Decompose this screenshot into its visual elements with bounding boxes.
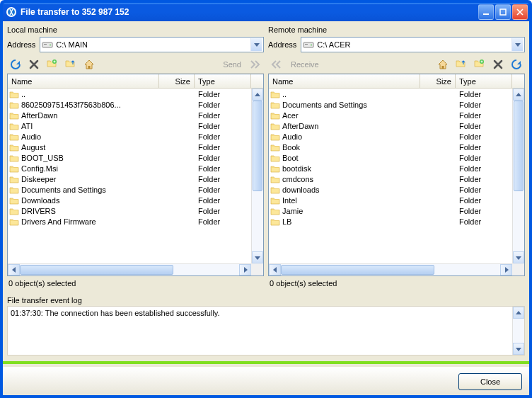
horizontal-scrollbar[interactable] [269, 263, 512, 275]
scroll-down-icon[interactable] [513, 251, 524, 263]
list-item[interactable]: AugustFolder [8, 142, 251, 152]
col-size[interactable]: Size [420, 74, 456, 88]
list-item[interactable]: BootFolder [269, 152, 512, 163]
folder-icon [9, 132, 19, 141]
maximize-button[interactable] [495, 4, 511, 20]
horizontal-scrollbar[interactable] [8, 263, 251, 275]
folder-icon [9, 154, 19, 162]
local-address-value: C:\ MAIN [56, 40, 248, 49]
up-folder-button[interactable] [453, 57, 470, 72]
app-icon [6, 6, 17, 18]
item-type: Folder [195, 132, 251, 141]
folder-icon [270, 132, 280, 141]
item-name: DRIVERS [21, 207, 56, 215]
list-item[interactable]: IntelFolder [269, 195, 512, 205]
home-button[interactable] [434, 57, 451, 72]
folder-icon [9, 164, 19, 173]
up-folder-button[interactable] [62, 57, 79, 72]
list-item[interactable]: AudioFolder [269, 131, 512, 142]
receive-button[interactable] [268, 57, 285, 72]
minimize-button[interactable] [478, 4, 494, 20]
list-item[interactable]: 8602509751453f7563b806...Folder [8, 99, 251, 110]
item-name: Boot [282, 154, 299, 162]
folder-icon [9, 143, 19, 152]
refresh-button[interactable] [7, 57, 24, 72]
list-item[interactable]: LBFolder [269, 216, 512, 227]
log-textarea[interactable]: 01:37:30: The connection has been establ… [7, 306, 525, 356]
col-name[interactable]: Name [8, 74, 159, 88]
list-item[interactable]: cmdconsFolder [269, 174, 512, 184]
list-item[interactable]: DRIVERSFolder [8, 205, 251, 216]
col-size[interactable]: Size [159, 74, 195, 88]
vertical-scrollbar[interactable] [512, 307, 524, 355]
remote-address-dropdown[interactable]: C:\ ACER [301, 37, 525, 52]
delete-button[interactable] [490, 57, 507, 72]
local-address-label: Address [7, 40, 35, 49]
close-window-button[interactable] [512, 4, 528, 20]
local-address-dropdown[interactable]: C:\ MAIN [40, 37, 264, 52]
delete-button[interactable] [25, 57, 42, 72]
col-name[interactable]: Name [269, 74, 420, 88]
col-type[interactable]: Type [195, 74, 251, 88]
folder-icon [9, 101, 19, 109]
list-item[interactable]: DownloadsFolder [8, 195, 251, 205]
list-item[interactable]: Documents and SettingsFolder [8, 184, 251, 195]
new-folder-button[interactable] [44, 57, 61, 72]
close-button[interactable]: Close [458, 373, 522, 390]
vertical-scrollbar[interactable] [512, 89, 524, 263]
item-type: Folder [195, 154, 251, 162]
dropdown-icon[interactable] [250, 38, 262, 51]
remote-status: 0 object(s) selected [268, 276, 525, 290]
list-item[interactable]: AfterDawnFolder [8, 110, 251, 120]
remote-address-value: C:\ ACER [317, 40, 509, 49]
progress-bar [3, 361, 529, 364]
item-name: Documents and Settings [282, 101, 367, 109]
list-item[interactable]: ..Folder [269, 89, 512, 99]
scroll-right-icon[interactable] [500, 264, 512, 275]
svg-rect-7 [483, 13, 489, 15]
item-type: Folder [195, 111, 251, 120]
refresh-button[interactable] [508, 57, 525, 72]
item-type: Folder [456, 122, 512, 130]
list-item[interactable]: bootdiskFolder [269, 163, 512, 174]
list-item[interactable]: Drivers And FirmwareFolder [8, 216, 251, 227]
list-item[interactable]: AudioFolder [8, 131, 251, 142]
log-label: File transfer event log [7, 296, 525, 305]
send-button[interactable] [247, 57, 264, 72]
scroll-right-icon[interactable] [239, 264, 251, 275]
scroll-down-icon[interactable] [252, 251, 263, 263]
folder-icon [9, 196, 19, 205]
new-folder-button[interactable] [471, 57, 488, 72]
item-type: Folder [195, 217, 251, 226]
scroll-left-icon[interactable] [269, 264, 281, 275]
log-entry: 01:37:30: The connection has been establ… [11, 309, 220, 317]
remote-listview[interactable]: Name Size Type ..FolderDocuments and Set… [268, 74, 525, 276]
list-item[interactable]: AfterDawnFolder [269, 120, 512, 131]
scroll-down-icon[interactable] [513, 343, 524, 355]
list-item[interactable]: Config.MsiFolder [8, 163, 251, 174]
home-button[interactable] [81, 57, 98, 72]
item-name: Diskeeper [21, 175, 57, 183]
list-item[interactable]: Documents and SettingsFolder [269, 99, 512, 110]
scroll-up-icon[interactable] [513, 89, 524, 101]
scroll-up-icon[interactable] [513, 307, 524, 319]
local-listview[interactable]: Name Size Type ..Folder8602509751453f756… [7, 74, 264, 276]
scroll-left-icon[interactable] [8, 264, 20, 275]
app-window: File transfer to 352 987 152 Local machi… [0, 0, 532, 398]
col-type[interactable]: Type [456, 74, 512, 88]
list-item[interactable]: downloadsFolder [269, 184, 512, 195]
list-item[interactable]: BookFolder [269, 142, 512, 152]
list-item[interactable]: ATIFolder [8, 120, 251, 131]
item-type: Folder [456, 143, 512, 152]
list-item[interactable]: DiskeeperFolder [8, 174, 251, 184]
item-type: Folder [456, 186, 512, 194]
list-item[interactable]: JamieFolder [269, 205, 512, 216]
dropdown-icon[interactable] [511, 38, 523, 51]
list-item[interactable]: BOOT_USBFolder [8, 152, 251, 163]
list-item[interactable]: ..Folder [8, 89, 251, 99]
list-item[interactable]: AcerFolder [269, 110, 512, 120]
item-name: Downloads [21, 196, 59, 205]
scroll-up-icon[interactable] [252, 89, 263, 101]
client-area: Local machine Address C:\ MAIN [3, 21, 529, 395]
vertical-scrollbar[interactable] [251, 89, 263, 263]
